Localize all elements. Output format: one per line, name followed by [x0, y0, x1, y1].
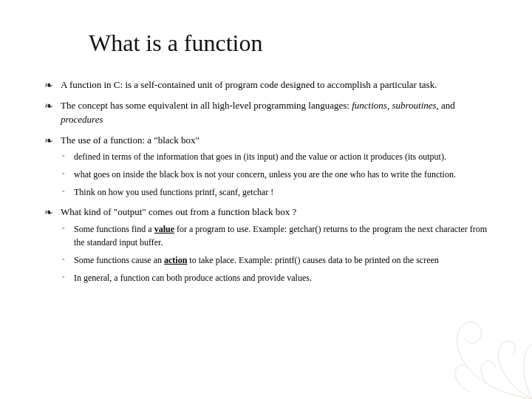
bullet-4-sub2-post: to take place. Example: printf() causes … [187, 255, 439, 265]
bullet-4-sub3: In general, a function can both produce … [61, 271, 495, 284]
bullet-3-sub2-text: what goes on inside the black box is not… [74, 169, 456, 180]
bullet-1-text: A function in C: is a self-contained uni… [61, 79, 437, 90]
bullet-3-sub1: defined in terms of the information that… [61, 150, 495, 163]
bullet-3-sub1-text: defined in terms of the information that… [74, 151, 446, 162]
bullet-3-sub3: Think on how you used functions printf, … [61, 185, 495, 199]
bullet-4-sublist: Some functions find a value for a progra… [61, 222, 495, 284]
bullet-3-text: The use of a function: a "black box" [61, 134, 200, 146]
bullet-3: The use of a function: a "black box" def… [44, 133, 495, 200]
bullet-4-sub3-text: In general, a function can both produce … [74, 273, 312, 283]
slide: What is a function A function in C: is a… [0, 0, 532, 399]
bullet-3-sub2: what goes on inside the black box is not… [61, 168, 495, 181]
bullet-4: What kind of "output" comes out from a f… [44, 205, 495, 284]
bullet-4-sub2-bold: action [164, 255, 187, 265]
bullet-4-sub1-bold: value [154, 224, 174, 234]
bullet-2-ital2: procedures [61, 114, 103, 125]
bullet-2: The concept has some equivalent in all h… [44, 98, 495, 127]
bullet-3-sublist: defined in terms of the information that… [61, 150, 495, 199]
bullet-3-sub3-text: Think on how you used functions printf, … [74, 187, 273, 197]
bullet-1: A function in C: is a self-contained uni… [44, 78, 495, 92]
bullet-4-text: What kind of "output" comes out from a f… [61, 206, 296, 217]
bullet-4-sub2-pre: Some functions cause an [74, 255, 164, 265]
bullet-list: A function in C: is a self-contained uni… [44, 78, 495, 284]
slide-title: What is a function [89, 30, 495, 57]
bullet-2-ital1: functions, subroutines, [352, 100, 439, 111]
bullet-4-sub2: Some functions cause an action to take p… [61, 253, 495, 267]
bullet-2-pre: The concept has some equivalent in all h… [61, 100, 352, 111]
bullet-4-sub1: Some functions find a value for a progra… [61, 222, 495, 249]
bullet-2-post: and [439, 100, 455, 111]
corner-decoration-icon [399, 303, 532, 399]
bullet-4-sub1-pre: Some functions find a [74, 224, 154, 234]
